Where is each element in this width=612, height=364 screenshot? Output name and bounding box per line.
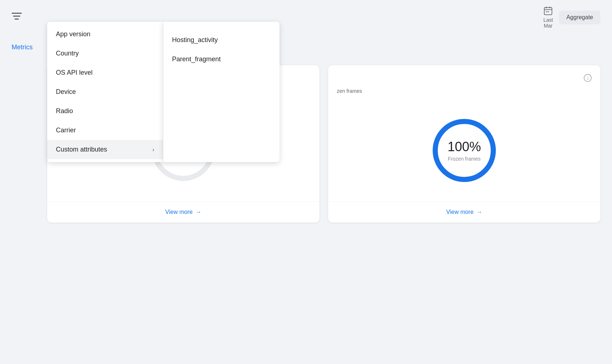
frozen-frames-pct: 100% [448, 139, 481, 154]
frozen-frames-desc: Frozen frames [448, 156, 481, 162]
menu-item-hosting-activity[interactable]: Hosting_activity [163, 30, 280, 50]
svg-rect-3 [544, 8, 552, 15]
frozen-frames-header: i [328, 65, 600, 88]
arrow-right-icon: → [196, 209, 201, 215]
menu-item-os-api-level[interactable]: OS API level [47, 63, 163, 82]
top-right-controls: Last Mar Aggregate [543, 6, 600, 29]
svg-rect-7 [546, 11, 547, 12]
svg-rect-0 [12, 13, 22, 14]
frozen-frames-card: i zen frames 100% Frozen frames [328, 65, 600, 223]
menu-item-custom-attributes[interactable]: Custom attributes › [47, 140, 163, 159]
slow-rendering-footer: View more → [47, 201, 319, 223]
dropdown-secondary-column: Hosting_activity Parent_fragment [163, 22, 280, 162]
menu-item-country[interactable]: Country [47, 44, 163, 63]
date-label: Last [543, 17, 553, 23]
slow-rendering-view-more[interactable]: View more → [165, 209, 201, 215]
date-section: Last Mar [543, 6, 553, 29]
chevron-right-icon: › [152, 146, 154, 153]
svg-text:i: i [587, 75, 589, 81]
aggregate-button[interactable]: Aggregate [559, 11, 600, 24]
frozen-frames-footer: View more → [328, 201, 600, 223]
info-icon: i [584, 74, 592, 84]
menu-item-parent-fragment[interactable]: Parent_fragment [163, 50, 280, 69]
dropdown-menu: App version Country OS API level Device … [47, 22, 280, 162]
frozen-frames-label: 100% Frozen frames [448, 139, 481, 162]
dropdown-primary-column: App version Country OS API level Device … [47, 22, 163, 162]
frozen-frames-body: 100% Frozen frames [328, 100, 600, 201]
date-sub: Mar [544, 23, 552, 29]
metrics-tab-label: Metrics [12, 44, 33, 51]
svg-rect-1 [13, 16, 20, 17]
svg-rect-2 [15, 18, 19, 20]
frozen-frames-circle: 100% Frozen frames [428, 114, 501, 187]
arrow-right-icon-2: → [477, 209, 482, 215]
menu-item-app-version[interactable]: App version [47, 25, 163, 44]
frozen-frames-view-more[interactable]: View more → [446, 209, 482, 215]
menu-item-radio[interactable]: Radio [47, 102, 163, 121]
metrics-tab[interactable]: Metrics [12, 44, 33, 51]
frozen-frames-subtitle: zen frames [328, 88, 600, 100]
menu-item-device[interactable]: Device [47, 82, 163, 102]
menu-item-carrier[interactable]: Carrier [47, 121, 163, 140]
filter-icon[interactable] [12, 13, 22, 22]
calendar-icon [543, 6, 553, 17]
svg-rect-8 [548, 11, 549, 12]
